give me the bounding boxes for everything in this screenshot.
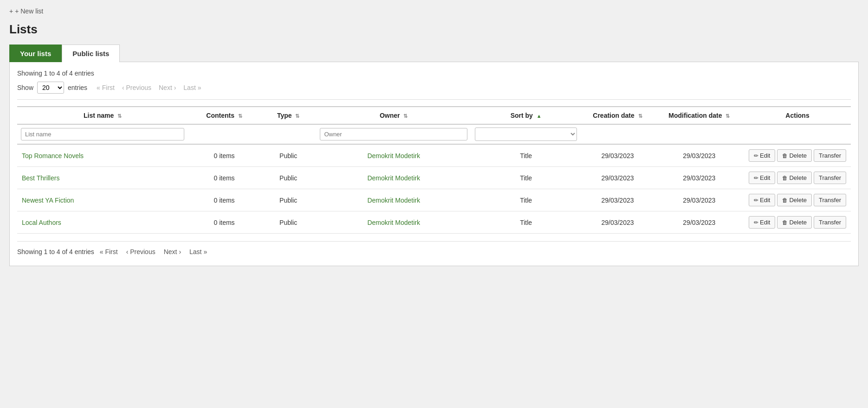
actions-cell: ✏ Edit 🗑 Delete Transfer bbox=[749, 216, 846, 229]
pagination-top: Show 10 20 50 100 entries « First ‹ Prev… bbox=[17, 82, 851, 100]
delete-icon: 🗑 bbox=[782, 175, 788, 181]
contents-cell: 0 items bbox=[188, 144, 260, 167]
creation-date-cell: 29/03/2023 bbox=[581, 167, 654, 189]
tab-bar: Your lists Public lists bbox=[9, 44, 859, 62]
col-header-list-name[interactable]: List name ⇅ bbox=[17, 107, 188, 124]
content-area: Showing 1 to 4 of 4 entries Show 10 20 5… bbox=[9, 62, 859, 266]
creation-date-cell: 29/03/2023 bbox=[581, 189, 654, 211]
page-title: Lists bbox=[9, 22, 859, 37]
edit-label: Edit bbox=[760, 174, 770, 181]
edit-icon: ✏ bbox=[754, 219, 758, 226]
list-name-link[interactable]: Newest YA Fiction bbox=[22, 197, 74, 204]
owner-link[interactable]: Demokrit Modetirk bbox=[367, 197, 420, 204]
transfer-button[interactable]: Transfer bbox=[814, 172, 846, 184]
delete-icon: 🗑 bbox=[782, 153, 788, 159]
edit-icon: ✏ bbox=[754, 153, 758, 159]
modification-date-cell: 29/03/2023 bbox=[654, 189, 744, 211]
entries-label: entries bbox=[68, 84, 87, 91]
transfer-button[interactable]: Transfer bbox=[814, 216, 846, 229]
col-header-contents[interactable]: Contents ⇅ bbox=[188, 107, 260, 124]
type-cell: Public bbox=[260, 167, 316, 189]
delete-button[interactable]: 🗑 Delete bbox=[777, 149, 812, 162]
delete-label: Delete bbox=[789, 197, 807, 204]
sort-by-cell: Title bbox=[471, 167, 581, 189]
edit-label: Edit bbox=[760, 152, 770, 159]
modification-date-cell: 29/03/2023 bbox=[654, 211, 744, 234]
delete-icon: 🗑 bbox=[782, 197, 788, 204]
delete-button[interactable]: 🗑 Delete bbox=[777, 172, 812, 184]
delete-button[interactable]: 🗑 Delete bbox=[777, 216, 812, 229]
filter-row: Title Author Date added bbox=[17, 124, 851, 144]
list-name-link[interactable]: Local Authors bbox=[22, 219, 61, 226]
filter-list-name[interactable] bbox=[21, 128, 184, 140]
edit-label: Edit bbox=[760, 219, 770, 226]
owner-link[interactable]: Demokrit Modetirk bbox=[367, 174, 420, 182]
new-list-label: + New list bbox=[15, 7, 43, 15]
modification-date-cell: 29/03/2023 bbox=[654, 167, 744, 189]
transfer-label: Transfer bbox=[819, 152, 841, 159]
transfer-label: Transfer bbox=[819, 197, 841, 204]
col-header-type[interactable]: Type ⇅ bbox=[260, 107, 316, 124]
sort-by-cell: Title bbox=[471, 211, 581, 234]
showing-count-bottom: Showing 1 to 4 of 4 entries bbox=[17, 248, 94, 255]
sort-icon-modification: ⇅ bbox=[725, 113, 730, 119]
next-page-bottom[interactable]: Next › bbox=[161, 247, 184, 256]
col-header-modification-date[interactable]: Modification date ⇅ bbox=[654, 107, 744, 124]
owner-link[interactable]: Demokrit Modetirk bbox=[367, 152, 420, 159]
creation-date-cell: 29/03/2023 bbox=[581, 211, 654, 234]
first-page-top[interactable]: « First bbox=[94, 83, 117, 92]
actions-cell: ✏ Edit 🗑 Delete Transfer bbox=[749, 194, 846, 206]
type-cell: Public bbox=[260, 211, 316, 234]
table-row: Local Authors 0 items Public Demokrit Mo… bbox=[17, 211, 851, 234]
transfer-button[interactable]: Transfer bbox=[814, 194, 846, 206]
col-header-actions: Actions bbox=[744, 107, 851, 124]
delete-icon: 🗑 bbox=[782, 219, 788, 226]
owner-link[interactable]: Demokrit Modetirk bbox=[367, 219, 420, 226]
creation-date-cell: 29/03/2023 bbox=[581, 144, 654, 167]
showing-count-top: Showing 1 to 4 of 4 entries bbox=[17, 70, 851, 77]
modification-date-cell: 29/03/2023 bbox=[654, 144, 744, 167]
edit-icon: ✏ bbox=[754, 197, 758, 204]
edit-button[interactable]: ✏ Edit bbox=[749, 194, 775, 206]
filter-owner[interactable] bbox=[320, 128, 467, 140]
edit-button[interactable]: ✏ Edit bbox=[749, 149, 775, 162]
delete-label: Delete bbox=[789, 174, 807, 181]
last-page-top[interactable]: Last » bbox=[181, 83, 204, 92]
actions-cell: ✏ Edit 🗑 Delete Transfer bbox=[749, 149, 846, 162]
previous-page-bottom[interactable]: ‹ Previous bbox=[123, 247, 158, 256]
sort-icon-contents: ⇅ bbox=[238, 113, 242, 119]
edit-button[interactable]: ✏ Edit bbox=[749, 172, 775, 184]
tab-public-lists[interactable]: Public lists bbox=[62, 45, 120, 62]
col-header-sort-by[interactable]: Sort by ▲ bbox=[471, 107, 581, 124]
type-cell: Public bbox=[260, 144, 316, 167]
first-page-bottom[interactable]: « First bbox=[97, 247, 121, 256]
filter-sort-by[interactable]: Title Author Date added bbox=[475, 128, 577, 141]
transfer-button[interactable]: Transfer bbox=[814, 149, 846, 162]
list-name-link[interactable]: Best Thrillers bbox=[22, 174, 59, 182]
edit-icon: ✏ bbox=[754, 175, 758, 181]
list-name-link[interactable]: Top Romance Novels bbox=[22, 152, 84, 159]
show-entries-select[interactable]: 10 20 50 100 bbox=[37, 82, 64, 94]
delete-label: Delete bbox=[789, 219, 807, 226]
delete-label: Delete bbox=[789, 152, 807, 159]
sort-icon-creation: ⇅ bbox=[638, 113, 642, 119]
transfer-label: Transfer bbox=[819, 219, 841, 226]
col-header-creation-date[interactable]: Creation date ⇅ bbox=[581, 107, 654, 124]
contents-cell: 0 items bbox=[188, 189, 260, 211]
new-list-button[interactable]: + + New list bbox=[9, 5, 43, 18]
previous-page-top[interactable]: ‹ Previous bbox=[119, 83, 154, 92]
col-header-owner[interactable]: Owner ⇅ bbox=[316, 107, 471, 124]
contents-cell: 0 items bbox=[188, 211, 260, 234]
sort-icon-sort-by: ▲ bbox=[537, 113, 542, 119]
contents-cell: 0 items bbox=[188, 167, 260, 189]
tab-your-lists[interactable]: Your lists bbox=[9, 45, 62, 62]
delete-button[interactable]: 🗑 Delete bbox=[777, 194, 812, 206]
table-row: Newest YA Fiction 0 items Public Demokri… bbox=[17, 189, 851, 211]
plus-icon: + bbox=[9, 7, 13, 15]
actions-cell: ✏ Edit 🗑 Delete Transfer bbox=[749, 172, 846, 184]
last-page-bottom[interactable]: Last » bbox=[187, 247, 210, 256]
next-page-top[interactable]: Next › bbox=[156, 83, 179, 92]
edit-button[interactable]: ✏ Edit bbox=[749, 216, 775, 229]
sort-icon-owner: ⇅ bbox=[403, 113, 408, 119]
sort-icon-type: ⇅ bbox=[295, 113, 299, 119]
